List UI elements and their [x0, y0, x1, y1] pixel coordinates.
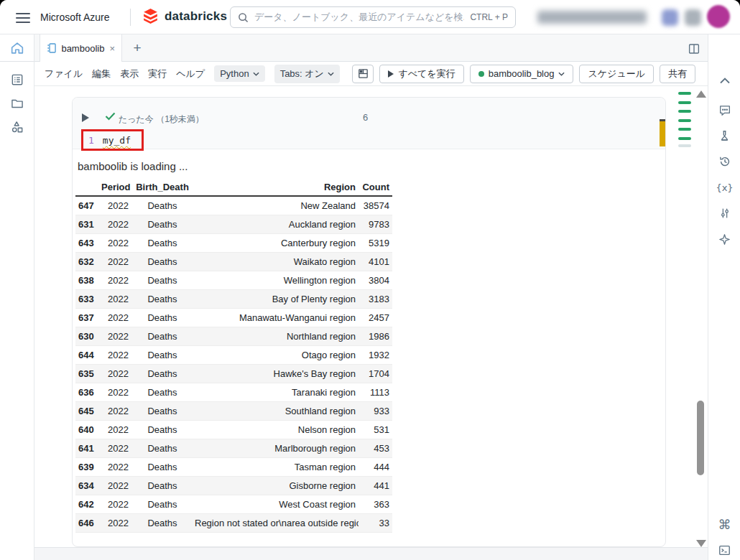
environment-panel-button[interactable] [708, 203, 740, 223]
azure-label: Microsoft Azure [40, 0, 109, 34]
period-cell: 2022 [98, 271, 133, 289]
code-token-my-df[interactable]: my_df [103, 135, 131, 146]
table-row: 6462022DeathsRegion not stated or\narea … [75, 513, 392, 532]
period-cell: 2022 [98, 401, 133, 420]
chevron-up-icon [720, 78, 730, 84]
schedule-label: スケジュール [588, 67, 645, 80]
chevron-down-icon [328, 72, 334, 76]
chevron-down-icon [558, 72, 565, 76]
layout-grid-icon [357, 67, 369, 80]
new-tab-button[interactable]: + [128, 39, 147, 57]
sidebar-item-home[interactable] [0, 34, 34, 62]
share-label: 共有 [668, 67, 687, 80]
minimap-cell-marker[interactable] [678, 101, 691, 104]
workspace-selector-blurred[interactable] [537, 11, 647, 24]
table-row: 6322022DeathsWaikato region4101 [75, 252, 392, 271]
region-cell: New Zealand [192, 196, 359, 215]
minimap-cell-marker[interactable] [678, 92, 691, 95]
row-index-cell: 634 [75, 476, 98, 495]
play-icon [388, 70, 394, 78]
shortcuts-button[interactable]: ⌘ [708, 514, 740, 534]
variables-panel-button[interactable]: {x} [708, 177, 740, 197]
birth-death-cell: Deaths [133, 495, 192, 513]
cell-code-section[interactable]: たった今 （1秒未満） 6 1 my_df [73, 98, 665, 149]
line-number: 1 [88, 135, 94, 146]
table-row: 6362022DeathsTaranaki region1113 [75, 383, 392, 401]
run-cell-button[interactable] [82, 113, 89, 122]
table-row: 6472022DeathsNew Zealand38574 [75, 196, 392, 215]
sidebar-item-workspace[interactable] [0, 67, 34, 91]
topbar-icon-blurred-2[interactable] [685, 9, 701, 26]
top-bar: Microsoft Azure databricks データ、ノートブック、最近… [0, 0, 740, 34]
region-cell: Region not stated or\narea outside regio… [192, 513, 359, 532]
schedule-button[interactable]: スケジュール [579, 65, 654, 83]
home-icon [9, 40, 25, 56]
birth-death-cell: Deaths [133, 420, 192, 439]
collapse-panel-button[interactable] [708, 70, 740, 90]
table-row: 6432022DeathsCanterbury region5319 [75, 233, 392, 252]
run-all-button[interactable]: すべてを実行 [379, 65, 463, 83]
row-index-cell: 636 [75, 383, 98, 401]
scrollbar-up-arrow[interactable] [696, 90, 706, 98]
menu-view[interactable]: 表示 [120, 65, 139, 83]
search-icon [238, 12, 249, 23]
cluster-label: bamboolib_blog [489, 68, 555, 79]
version-history-button[interactable] [708, 151, 740, 172]
menu-run[interactable]: 実行 [148, 65, 167, 83]
global-search-input[interactable]: データ、ノートブック、最近のアイテムなどを検... CTRL + P [230, 6, 516, 28]
header-birth-death: Birth_Death [133, 179, 192, 196]
databricks-logo[interactable]: databricks [142, 7, 227, 25]
row-index-cell: 638 [75, 271, 98, 289]
table-row: 6452022DeathsSouthland region933 [75, 401, 392, 420]
minimap-cell-marker[interactable] [678, 119, 691, 122]
period-cell: 2022 [98, 420, 133, 439]
minimap-cell-marker[interactable] [678, 137, 691, 140]
tab-bamboolib[interactable]: bamboolib × [40, 34, 122, 62]
assistant-panel-button[interactable] [708, 229, 740, 249]
birth-death-cell: Deaths [133, 233, 192, 252]
menu-edit[interactable]: 編集 [92, 65, 111, 83]
shapes-icon [10, 120, 24, 134]
cluster-selector[interactable]: bamboolib_blog [470, 65, 574, 83]
annotation-red-box: 1 my_df [81, 129, 144, 151]
tabs-toggle[interactable]: Tabs: オン [274, 65, 340, 83]
minimap-cell-marker-inactive[interactable] [678, 144, 691, 147]
period-cell: 2022 [98, 457, 133, 476]
scrollbar-down-arrow[interactable] [696, 540, 706, 547]
sidebar-item-workflows[interactable] [0, 115, 34, 139]
menu-file[interactable]: ファイル [45, 65, 83, 83]
user-avatar[interactable] [707, 5, 730, 28]
sidebar-item-folders[interactable] [0, 91, 34, 115]
comments-panel-button[interactable] [708, 100, 740, 120]
topbar-icon-blurred-1[interactable] [662, 9, 678, 26]
language-selector[interactable]: Python [214, 65, 264, 82]
count-cell: 9783 [359, 215, 392, 233]
sliders-icon [718, 207, 731, 220]
region-cell: Taranaki region [192, 383, 359, 401]
minimap-cell-marker[interactable] [678, 128, 691, 131]
share-button[interactable]: 共有 [660, 65, 695, 83]
period-cell: 2022 [98, 215, 133, 233]
terminal-button[interactable] [708, 540, 740, 560]
row-index-cell: 646 [75, 513, 98, 532]
count-cell: 38574 [359, 196, 392, 215]
tab-close-icon[interactable]: × [109, 43, 115, 54]
hamburger-menu-icon[interactable] [16, 10, 30, 24]
minimap-cell-marker[interactable] [678, 110, 691, 113]
notebook-icon [47, 42, 56, 54]
experiments-panel-button[interactable] [708, 126, 740, 146]
layout-view-button[interactable] [352, 65, 374, 83]
table-row: 6422022DeathsWest Coast region363 [75, 495, 392, 513]
count-cell: 2457 [359, 308, 392, 327]
count-cell: 3183 [359, 289, 392, 308]
brand-wordmark: databricks [165, 9, 227, 24]
language-label: Python [220, 68, 249, 79]
scrollbar-thumb[interactable] [697, 401, 704, 475]
menu-help[interactable]: ヘルプ [176, 65, 205, 83]
region-cell: Waikato region [192, 252, 359, 271]
birth-death-cell: Deaths [133, 215, 192, 233]
period-cell: 2022 [98, 513, 133, 532]
region-cell: Wellington region [192, 271, 359, 289]
split-view-button[interactable] [686, 41, 702, 57]
birth-death-cell: Deaths [133, 252, 192, 271]
